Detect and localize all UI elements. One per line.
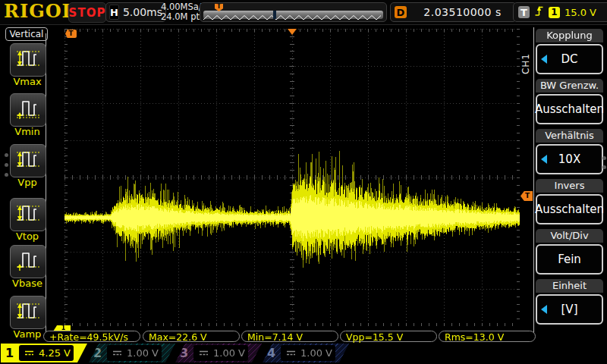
measurement-pill: +Rate=49.5kV/s: [43, 331, 140, 342]
measurement-pill: Max=22.6 V: [143, 331, 240, 342]
delay-box[interactable]: D 2.03510000 s: [390, 2, 517, 22]
menu-item-title: BW Grenzw.: [536, 79, 603, 93]
menu-value-text: Ausschalten: [535, 202, 604, 216]
vmax-icon: [14, 46, 42, 74]
menu-value-text: 10X: [558, 152, 580, 166]
menu-value-text: DC: [561, 52, 577, 66]
measurement-pill: Vpp=15.5 V: [340, 331, 437, 342]
left-menu-label-vpp: Vpp: [0, 177, 55, 188]
memory-wave-icon: [203, 14, 383, 22]
trigger-level-marker[interactable]: T: [521, 191, 533, 201]
rising-edge-icon: [534, 5, 544, 20]
channel-scale: 1.00 V: [300, 347, 332, 359]
channel-number: 2: [89, 344, 106, 362]
channel-number: 3: [175, 344, 193, 362]
vmin-icon: [14, 96, 42, 124]
dc-coupling-icon: [24, 347, 34, 359]
chevron-left-icon: [541, 305, 547, 314]
channel-scale: 4.25 V: [39, 347, 71, 359]
vpp-icon: [14, 146, 42, 175]
menu-item-title: Einheit: [536, 279, 603, 293]
waveform-display: [64, 29, 520, 326]
left-menu-button-vbase[interactable]: [10, 245, 46, 278]
trigger-level-value: 15.0 V: [565, 7, 596, 18]
left-menu-label-vmax: Vmax: [0, 76, 55, 87]
trigger-time-marker[interactable]: T: [65, 30, 77, 38]
trigger-settings-box[interactable]: T 1 15.0 V: [513, 2, 607, 22]
horizontal-icon: H: [109, 5, 119, 20]
channel-scale: 1.00 V: [213, 347, 245, 359]
left-menu-button-vmax[interactable]: [10, 43, 46, 77]
oscilloscope-screen: RIGOL STOP H 5.00ms 4.00MSa/s 24.0M pts …: [0, 0, 607, 364]
channel-number: 4: [263, 344, 280, 362]
horizontal-timebase-box[interactable]: H 5.00ms: [105, 2, 166, 22]
channel-number: 1: [1, 344, 18, 362]
channel-1-status[interactable]: 1 4.25 V: [1, 344, 87, 362]
menu-item-title: Volt/Div: [536, 229, 603, 243]
left-menu-label-vmin: Vmin: [0, 126, 55, 137]
vtop-icon: [14, 200, 42, 229]
delay-value: 2.03510000 s: [413, 6, 512, 18]
memory-waveform-strip: [203, 11, 383, 19]
trigger-source-badge: 1: [549, 7, 560, 18]
left-menu-page-dot: [5, 153, 8, 157]
vamp-icon: [14, 298, 42, 327]
rigol-logo: RIGOL: [4, 0, 75, 22]
menu-item-value[interactable]: Fein: [536, 244, 603, 275]
right-menu-channel-tab: CH1: [521, 53, 531, 74]
menu-item-title: Invers: [536, 179, 603, 193]
left-menu-label-vtop: Vtop: [0, 231, 55, 242]
menu-item-title: Verhältnis: [536, 129, 603, 143]
run-state-indicator[interactable]: STOP: [68, 2, 106, 23]
measurement-pill: Rms=13.0 V: [439, 331, 536, 342]
channel-status-bar: 1 4.25 V2 1.00 V3 1.00 V4 1.00 V: [0, 343, 607, 364]
channel-scale: 1.00 V: [127, 347, 159, 359]
channel-3-status[interactable]: 3 1.00 V: [175, 344, 262, 362]
trigger-position-triangle[interactable]: [288, 29, 297, 35]
channel-2-status[interactable]: 2 1.00 V: [89, 344, 175, 362]
menu-value-text: [V]: [561, 303, 578, 316]
left-menu-label-vbase: Vbase: [0, 278, 55, 289]
timebase-value: 5.00ms: [123, 6, 162, 18]
left-menu-button-vpp[interactable]: [10, 144, 46, 177]
chevron-left-icon: [541, 155, 547, 164]
left-menu-button-vamp[interactable]: [10, 296, 46, 329]
dc-coupling-icon: [112, 347, 122, 359]
left-menu-page-dot: [5, 163, 8, 167]
left-menu-title: Vertical: [5, 27, 48, 41]
menu-item-value[interactable]: [V]: [536, 294, 603, 325]
left-menu-button-vtop[interactable]: [10, 198, 46, 231]
chevron-left-icon: [541, 55, 547, 64]
menu-item-value[interactable]: Ausschalten: [536, 194, 603, 224]
menu-value-text: Fein: [558, 253, 581, 266]
left-menu-page-dot: [5, 173, 8, 177]
menu-value-text: Ausschalten: [535, 102, 604, 116]
menu-item-value[interactable]: 10X: [536, 144, 603, 174]
memory-position-bar[interactable]: T: [200, 2, 387, 22]
delay-icon: D: [395, 6, 407, 18]
window-position-marker[interactable]: [273, 11, 276, 19]
dc-coupling-icon: [199, 347, 209, 359]
menu-item-title: Kopplung: [536, 29, 603, 42]
right-menu-page-dot: [602, 156, 606, 160]
top-status-bar: RIGOL STOP H 5.00ms 4.00MSa/s 24.0M pts …: [0, 0, 607, 25]
left-menu-button-vmin[interactable]: [10, 93, 46, 127]
trigger-icon: T: [518, 6, 530, 18]
channel-4-status[interactable]: 4 1.00 V: [263, 344, 349, 362]
right-menu-page-dot: [602, 165, 606, 169]
dc-coupling-icon: [286, 347, 296, 359]
measurement-pill: Min=7.14 V: [241, 331, 338, 342]
right-menu-divider: [533, 27, 534, 338]
vbase-icon: [14, 247, 42, 276]
menu-item-value[interactable]: Ausschalten: [536, 94, 603, 124]
menu-item-value[interactable]: DC: [536, 44, 603, 74]
